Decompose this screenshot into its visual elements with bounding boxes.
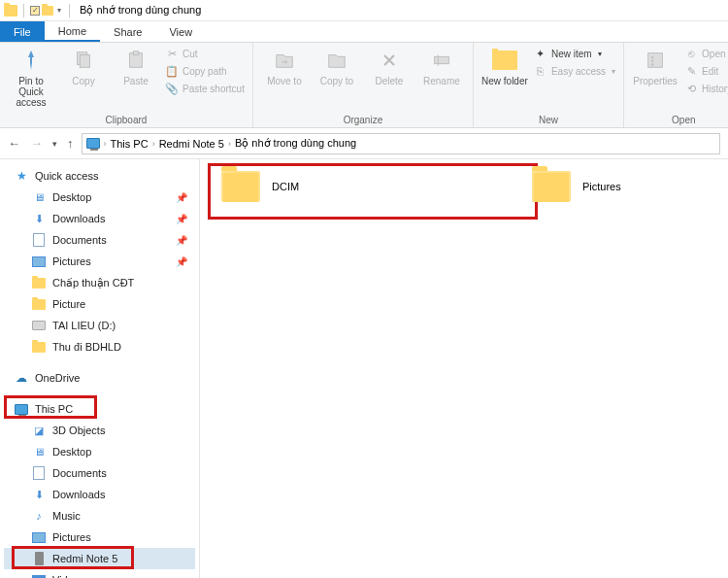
open-small-list: ⎋Open▾ ✎Edit ⟲History — [684, 47, 728, 95]
content-pane[interactable]: DCIM Pictures — [200, 159, 728, 578]
folder-icon — [31, 276, 47, 289]
tree-folder1[interactable]: Chấp thuận CĐT — [4, 272, 195, 293]
folder-label: Pictures — [582, 181, 621, 192]
folder-icon — [221, 171, 260, 202]
qat-folder-icon[interactable] — [42, 6, 53, 16]
chevron-right-icon: › — [228, 139, 231, 149]
svg-rect-6 — [648, 53, 663, 68]
svg-rect-1 — [80, 55, 89, 68]
history-icon: ⟲ — [684, 82, 698, 95]
tab-home[interactable]: Home — [45, 21, 100, 42]
cut-icon: ✂ — [165, 47, 179, 60]
tree-pictures[interactable]: Pictures📌 — [4, 251, 195, 272]
tree-onedrive[interactable]: ☁OneDrive — [4, 367, 195, 389]
copy-icon — [70, 47, 97, 74]
folder-label: DCIM — [272, 181, 299, 192]
pin-icon: 📌 — [176, 235, 187, 246]
videos-icon — [31, 573, 47, 578]
navigation-tree: ★Quick access 🖥Desktop📌 ⬇Downloads📌 Docu… — [0, 159, 200, 578]
pin-to-quick-access-button[interactable]: Pin to Quick access — [8, 47, 54, 108]
new-item-button[interactable]: ✦New item▾ — [534, 47, 615, 60]
star-icon: ★ — [14, 169, 29, 183]
paste-icon — [122, 47, 149, 74]
chevron-down-icon: ▾ — [612, 67, 615, 76]
documents-icon — [31, 466, 47, 480]
open-icon: ⎋ — [684, 47, 698, 60]
ribbon-tabs: File Home Share View — [0, 21, 728, 43]
pin-icon — [17, 47, 45, 74]
tab-file[interactable]: File — [0, 21, 45, 42]
paste-shortcut-icon: 📎 — [165, 82, 179, 95]
copy-to-icon — [323, 47, 350, 74]
tree-desktop[interactable]: 🖥Desktop📌 — [4, 187, 195, 208]
downloads-icon: ⬇ — [31, 212, 47, 225]
tree-folder3[interactable]: Thu đi BDHLD — [4, 336, 195, 357]
svg-point-8 — [651, 60, 653, 62]
tree-pc-downloads[interactable]: ⬇Downloads — [4, 484, 195, 505]
drive-icon — [31, 319, 47, 332]
pc-icon — [14, 402, 29, 416]
properties-button: Properties — [632, 47, 678, 86]
history-button: ⟲History — [684, 82, 728, 95]
separator — [23, 4, 24, 17]
tree-pc-music[interactable]: ♪Music — [4, 505, 195, 527]
window-title: Bộ nhớ trong dùng chung — [80, 4, 201, 17]
tree-pc-documents[interactable]: Documents — [4, 462, 195, 484]
pin-icon: 📌 — [176, 256, 187, 267]
folder-icon — [31, 340, 47, 354]
cut-button: ✂Cut — [165, 47, 245, 60]
title-bar: ✓ ▾ Bộ nhớ trong dùng chung — [0, 0, 728, 21]
nav-arrows: ← → ▾ ↑ — [8, 136, 74, 151]
up-button[interactable]: ↑ — [67, 136, 74, 151]
folder-item-dcim[interactable]: DCIM — [221, 171, 406, 202]
breadcrumb-root[interactable]: This PC — [111, 138, 149, 150]
svg-point-9 — [651, 64, 653, 66]
group-label-clipboard: Clipboard — [8, 113, 245, 125]
copy-path-button: 📋Copy path — [165, 64, 245, 78]
svg-rect-4 — [435, 56, 449, 63]
new-small-list: ✦New item▾ ⎘Easy access▾ — [534, 47, 615, 78]
navigation-bar: ← → ▾ ↑ › This PC › Redmi Note 5 › Bộ nh… — [0, 128, 728, 159]
separator — [69, 4, 70, 17]
move-to-button: Move to — [261, 47, 308, 86]
group-open: Properties ⎋Open▾ ✎Edit ⟲History Open — [624, 43, 728, 127]
back-button[interactable]: ← — [8, 136, 20, 151]
tree-folder2[interactable]: Picture — [4, 293, 195, 315]
folder-icon — [31, 297, 47, 311]
documents-icon — [31, 233, 47, 247]
address-bar[interactable]: › This PC › Redmi Note 5 › Bộ nhớ trong … — [82, 133, 721, 154]
delete-button: Delete — [366, 47, 413, 86]
tree-pc-videos[interactable]: Videos — [4, 569, 195, 578]
chevron-down-icon: ▾ — [598, 50, 602, 58]
forward-button[interactable]: → — [30, 136, 43, 151]
tree-pc-desktop[interactable]: 🖥Desktop — [4, 441, 195, 462]
desktop-icon: 🖥 — [31, 190, 47, 204]
folder-item-pictures[interactable]: Pictures — [532, 171, 716, 202]
group-clipboard: Pin to Quick access Copy Paste ✂Cut 📋Cop… — [0, 43, 253, 127]
chevron-right-icon: › — [152, 139, 155, 149]
tree-documents[interactable]: Documents📌 — [4, 229, 195, 251]
tab-share[interactable]: Share — [100, 21, 155, 42]
pc-icon — [86, 138, 100, 149]
paste-button: Paste — [113, 47, 159, 86]
tree-3d-objects[interactable]: ◪3D Objects — [4, 420, 195, 441]
new-folder-button[interactable]: New folder — [481, 47, 528, 86]
qat-dropdown-icon[interactable]: ▾ — [55, 6, 63, 15]
recent-dropdown-icon[interactable]: ▾ — [52, 139, 57, 149]
tree-downloads[interactable]: ⬇Downloads📌 — [4, 208, 195, 229]
tree-this-pc[interactable]: This PC — [4, 398, 195, 420]
tree-drive[interactable]: TAI LIEU (D:) — [4, 315, 195, 336]
qat-checkbox-icon[interactable]: ✓ — [30, 6, 40, 16]
breadcrumb-folder[interactable]: Bộ nhớ trong dùng chung — [235, 137, 356, 150]
3d-objects-icon: ◪ — [31, 424, 47, 437]
tree-redmi[interactable]: Redmi Note 5 — [4, 548, 195, 569]
edit-button: ✎Edit — [684, 64, 728, 78]
paste-shortcut-button: 📎Paste shortcut — [165, 82, 245, 95]
tab-view[interactable]: View — [155, 21, 206, 42]
copy-to-button: Copy to — [314, 47, 360, 86]
tree-quick-access[interactable]: ★Quick access — [4, 165, 195, 187]
breadcrumb-device[interactable]: Redmi Note 5 — [159, 138, 224, 150]
tree-pc-pictures[interactable]: Pictures — [4, 527, 195, 548]
pictures-icon — [31, 255, 47, 268]
chevron-right-icon: › — [104, 139, 107, 149]
